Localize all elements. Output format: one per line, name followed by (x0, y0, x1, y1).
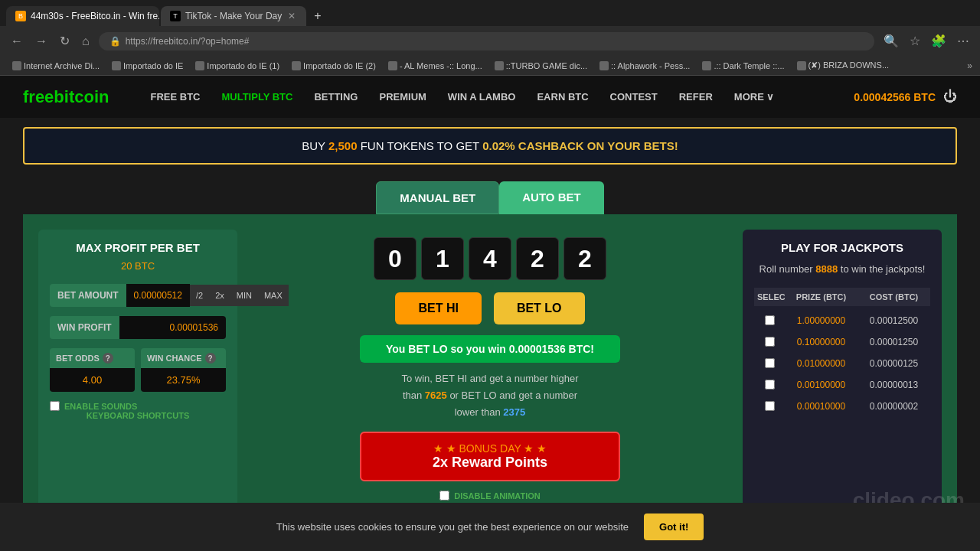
home-button[interactable]: ⌂ (79, 31, 93, 51)
nav-more[interactable]: MORE ∨ (724, 77, 786, 116)
jackpot-desc-pre: Roll number (760, 263, 816, 275)
jackpot-prize-2: 0.01000000 (785, 354, 858, 373)
dice-digit-1: 1 (421, 237, 464, 280)
bookmark-1[interactable]: Importado do IE (107, 60, 188, 72)
jackpot-cost-3: 0.00000013 (858, 375, 930, 395)
bet-tabs: MANUAL BET AUTO BET (23, 181, 957, 214)
bookmark-5[interactable]: ::TURBO GAME dic... (490, 60, 592, 72)
tab-close-tiktok[interactable]: ✕ (286, 11, 297, 21)
disable-animation-label: DISABLE ANIMATION (454, 491, 540, 500)
bookmark-label-8: (✘) BRIZA DOWNS... (808, 60, 890, 70)
bookmark-label-3: Importado do IE (2) (303, 61, 376, 70)
jackpot-cost-4: 0.00000002 (858, 396, 930, 416)
tab-auto-bet[interactable]: AUTO BET (499, 181, 603, 214)
bookmark-icon-nav[interactable]: ☆ (906, 31, 923, 51)
win-chance-info-icon[interactable]: ? (205, 353, 216, 364)
promo-cashback: 0.02% CASHBACK ON YOUR BETS! (482, 139, 678, 152)
bet-info-line3-pre: lower than (455, 406, 504, 418)
jackpot-check-2 (754, 358, 785, 368)
jackpot-check-3 (754, 380, 785, 390)
extensions-icon[interactable]: 🧩 (928, 31, 949, 51)
jackpot-row-2: 0.01000000 0.00000125 (754, 354, 930, 373)
cookie-accept-button[interactable]: Got it! (644, 514, 704, 540)
bookmarks-more[interactable]: » (967, 60, 972, 71)
bookmark-3[interactable]: Importado do IE (2) (287, 60, 381, 72)
jackpot-check-1 (754, 337, 785, 347)
bet-info: To win, BET HI and get a number higher t… (402, 370, 579, 421)
nav-win-lambo[interactable]: WIN A LAMBO (437, 77, 527, 116)
bookmark-label-7: .:: Dark Temple ::... (714, 61, 784, 70)
bonus-banner: ★ ★ BONUS DAY ★ ★ 2x Reward Points (360, 432, 620, 481)
reload-button[interactable]: ↻ (57, 31, 73, 51)
tab-auto-label: AUTO BET (522, 191, 580, 204)
jackpot-row-0: 1.00000000 0.00012500 (754, 311, 930, 331)
back-button[interactable]: ← (8, 31, 26, 51)
bet-hi-button[interactable]: BET HI (395, 292, 481, 324)
nav-free-btc[interactable]: FREE BTC (139, 77, 211, 116)
cookie-bar: This website uses cookies to ensure you … (0, 503, 980, 551)
bookmark-2[interactable]: Importado do IE (1) (191, 60, 284, 72)
tab-tiktok[interactable]: T TikTok - Make Your Day ✕ (161, 6, 306, 26)
jackpot-checkbox-3[interactable] (765, 380, 775, 390)
forward-button[interactable]: → (32, 31, 51, 51)
bookmark-label-5: ::TURBO GAME dic... (506, 61, 587, 70)
power-button[interactable]: ⏻ (943, 89, 957, 105)
bookmark-0[interactable]: Internet Archive Di... (8, 60, 104, 72)
game-panel: MAX PROFIT PER BET 20 BTC BET AMOUNT 0.0… (23, 214, 957, 523)
bet-odds-box: BET ODDS ? 4.00 (50, 348, 135, 392)
promo-amount: 2,500 (328, 139, 358, 152)
bet-amount-row: BET AMOUNT 0.00000512 /2 2x MIN MAX (50, 284, 226, 307)
bet-half-button[interactable]: /2 (190, 285, 209, 306)
tab-favicon: B (15, 11, 26, 21)
nav-earn-btc[interactable]: EARN BTC (526, 77, 599, 116)
tab-active[interactable]: B 44m30s - FreeBitco.in - Win fre... ✕ (6, 6, 159, 26)
search-icon[interactable]: 🔍 (880, 31, 902, 51)
left-panel: MAX PROFIT PER BET 20 BTC BET AMOUNT 0.0… (38, 230, 237, 508)
tab-manual-bet[interactable]: MANUAL BET (376, 181, 499, 214)
bookmark-4[interactable]: - AL Memes -:: Long... (384, 60, 487, 72)
bookmark-icon-0 (12, 61, 21, 70)
jackpot-cost-2: 0.00000125 (858, 354, 930, 373)
bet-odds-info-icon[interactable]: ? (103, 353, 113, 364)
nav-premium[interactable]: PREMIUM (368, 77, 436, 116)
bookmark-6[interactable]: :: Alphawork - Pess... (595, 60, 694, 72)
main-content: MANUAL BET AUTO BET MAX PROFIT PER BET 2… (0, 174, 980, 551)
jackpot-checkbox-4[interactable] (765, 401, 775, 411)
jackpot-title: PLAY FOR JACKPOTS (754, 241, 930, 254)
bet-info-line1: To win, BET HI and get a number higher (402, 373, 579, 384)
bookmark-icon-4 (388, 61, 397, 70)
jackpot-checkbox-2[interactable] (765, 358, 775, 368)
bookmark-icon-5 (495, 61, 504, 70)
disable-animation-checkbox[interactable] (439, 491, 449, 500)
win-chance-value: 23.75% (141, 368, 226, 392)
jackpot-checkbox-1[interactable] (765, 337, 775, 347)
browser-icons: 🔍 ☆ 🧩 ⋯ (880, 31, 972, 51)
jackpot-prize-3: 0.00100000 (785, 375, 858, 395)
win-profit-value: 0.00001536 (119, 316, 226, 339)
jackpot-checkbox-0[interactable] (765, 315, 775, 325)
sounds-checkbox[interactable] (50, 401, 60, 411)
bet-lo-button[interactable]: BET LO (494, 292, 585, 324)
win-chance-box: WIN CHANCE ? 23.75% (141, 348, 226, 392)
disable-animation-row: DISABLE ANIMATION (439, 491, 540, 500)
win-chance-label: WIN CHANCE ? (141, 348, 226, 368)
btc-balance: 0.00042566 BTC (854, 91, 936, 103)
nav-multiply-btc[interactable]: MULTIPLY BTC (211, 77, 303, 116)
nav-refer[interactable]: REFER (668, 77, 724, 116)
nav-betting[interactable]: BETTING (303, 77, 368, 116)
new-tab-button[interactable]: + (308, 6, 327, 26)
jackpot-check-0 (754, 315, 785, 325)
bookmark-icon-3 (292, 61, 301, 70)
jackpot-row-1: 0.10000000 0.00001250 (754, 332, 930, 352)
tab-manual-label: MANUAL BET (400, 191, 475, 204)
bet-double-button[interactable]: 2x (209, 285, 230, 306)
bookmark-7[interactable]: .:: Dark Temple ::... (697, 60, 789, 72)
jackpot-row-4: 0.00010000 0.00000002 (754, 396, 930, 416)
jackpot-col-prize: PRIZE (BTC) (785, 288, 858, 306)
sounds-label: ENABLE SOUNDS (64, 402, 137, 411)
jackpot-desc: Roll number 8888 to win the jackpots! (754, 262, 930, 277)
bookmark-8[interactable]: (✘) BRIZA DOWNS... (792, 59, 894, 72)
menu-icon[interactable]: ⋯ (954, 31, 972, 51)
address-bar[interactable]: 🔒 https://freebitco.in/?op=home# (99, 32, 874, 51)
nav-contest[interactable]: CONTEST (599, 77, 668, 116)
